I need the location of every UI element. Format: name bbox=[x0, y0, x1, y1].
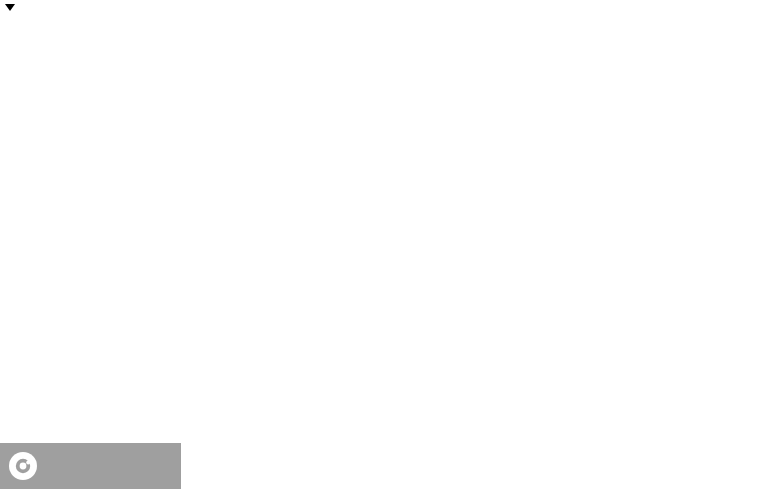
instaforex-gear-icon bbox=[0, 444, 46, 488]
chart-title bbox=[5, 4, 21, 11]
chart-window bbox=[0, 0, 781, 489]
price-chart[interactable] bbox=[0, 0, 781, 489]
broker-watermark bbox=[0, 443, 181, 489]
symbol-dropdown-icon bbox=[5, 4, 15, 11]
